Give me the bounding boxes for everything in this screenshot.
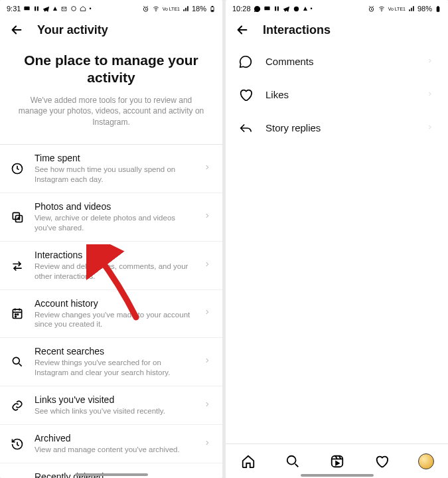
status-net: Vo LTE1 <box>388 7 406 11</box>
phone-interactions: 10:28 • Vo LTE1 98% Interactions Comment… <box>226 0 448 478</box>
gesture-bar <box>301 474 374 477</box>
circle-icon <box>293 5 300 13</box>
home-icon <box>80 5 86 12</box>
row-sub: See how much time you usually spend on I… <box>35 165 194 185</box>
bottom-nav <box>226 443 448 478</box>
nav-activity[interactable] <box>373 453 390 470</box>
chevron-right-icon <box>204 211 213 223</box>
status-battery-pct: 18% <box>192 5 206 13</box>
alarm-icon <box>142 5 149 13</box>
row-title: Comments <box>265 56 415 67</box>
row-sub: View, archive or delete photos and video… <box>35 213 194 233</box>
page-title: Interactions <box>263 23 331 37</box>
chevron-right-icon <box>204 260 213 272</box>
back-button[interactable] <box>235 23 250 37</box>
row-title: Likes <box>265 89 415 100</box>
row-archived[interactable]: Archived View and manage content you've … <box>0 425 222 463</box>
svg-rect-18 <box>264 6 269 10</box>
svg-point-26 <box>287 455 295 464</box>
reply-icon <box>238 121 254 135</box>
calendar-icon <box>9 307 25 320</box>
intro-title: One place to manage your activity <box>17 52 206 87</box>
status-time: 9:31 <box>7 5 21 13</box>
svg-rect-27 <box>331 455 342 467</box>
svg-point-15 <box>17 314 19 315</box>
row-account-history[interactable]: Account history Review changes you've ma… <box>0 290 222 339</box>
row-title: Account history <box>35 298 194 309</box>
interactions-list: Comments Likes Story replies <box>226 45 448 145</box>
triangle-icon <box>303 6 308 11</box>
svg-rect-20 <box>277 7 278 11</box>
activity-list: Time spent See how much time you usually… <box>0 144 222 478</box>
row-sub: Review changes you've made to your accou… <box>35 310 194 330</box>
triangle-icon <box>52 6 58 11</box>
comment-icon <box>238 54 254 69</box>
telegram-icon <box>42 5 50 13</box>
chevron-right-icon <box>427 122 436 134</box>
row-comments[interactable]: Comments <box>226 45 448 78</box>
intro-block: One place to manage your activity We've … <box>0 45 222 144</box>
nav-home[interactable] <box>240 453 257 470</box>
search-icon <box>9 355 25 368</box>
chevron-right-icon <box>204 356 213 368</box>
row-story-replies[interactable]: Story replies <box>226 112 448 145</box>
status-battery-pct: 98% <box>417 5 432 13</box>
status-net: Vo LTE1 <box>163 7 180 11</box>
row-photos-videos[interactable]: Photos and videos View, archive or delet… <box>0 193 222 242</box>
svg-point-6 <box>155 11 156 11</box>
back-button[interactable] <box>9 23 24 37</box>
row-title: Time spent <box>35 153 194 163</box>
row-title: Interactions <box>35 250 194 260</box>
signal-icon <box>183 5 189 12</box>
mail-icon <box>60 6 68 12</box>
nav-search[interactable] <box>284 453 301 470</box>
status-more: • <box>89 5 91 12</box>
svg-point-21 <box>293 6 298 11</box>
chevron-right-icon <box>427 56 436 68</box>
row-time-spent[interactable]: Time spent See how much time you usually… <box>0 145 222 193</box>
row-title: Photos and videos <box>35 201 194 212</box>
svg-rect-25 <box>437 6 439 7</box>
status-bar: 9:31 • Vo LTE1 18% <box>0 0 222 17</box>
svg-rect-8 <box>212 6 213 7</box>
page-title: Your activity <box>37 23 108 37</box>
pause-icon <box>33 5 40 12</box>
row-sub: View and manage content you've archived. <box>35 445 194 455</box>
svg-rect-9 <box>212 10 214 11</box>
nav-profile[interactable] <box>417 453 435 470</box>
whatsapp-icon <box>254 5 261 13</box>
phone-your-activity: 9:31 • Vo LTE1 18% Your activity One pla… <box>0 0 222 478</box>
intro-subtitle: We've added more tools for you to review… <box>17 95 206 128</box>
row-recent-searches[interactable]: Recent searches Review things you've sea… <box>0 338 222 386</box>
row-likes[interactable]: Likes <box>226 78 448 112</box>
row-title: Story replies <box>265 122 415 133</box>
gesture-bar <box>75 473 148 476</box>
swap-icon <box>9 259 25 272</box>
row-interactions[interactable]: Interactions Review and delete likes, co… <box>0 242 222 290</box>
svg-rect-19 <box>275 7 276 11</box>
chevron-right-icon <box>427 89 436 101</box>
chat-icon <box>263 5 271 13</box>
row-links-visited[interactable]: Links you've visited See which links you… <box>0 386 222 425</box>
chevron-right-icon <box>204 400 213 412</box>
clock-icon <box>9 162 25 175</box>
status-more: • <box>311 5 313 12</box>
chevron-right-icon <box>204 438 213 450</box>
svg-point-4 <box>72 7 76 11</box>
nav-reels[interactable] <box>329 453 346 470</box>
svg-point-16 <box>15 317 17 318</box>
media-icon <box>9 210 25 224</box>
signal-icon <box>408 5 415 12</box>
row-title: Archived <box>35 433 194 443</box>
svg-point-17 <box>13 358 19 364</box>
alarm-icon <box>368 5 375 13</box>
svg-point-14 <box>15 314 17 315</box>
chevron-right-icon <box>204 163 213 175</box>
row-sub: Review things you've searched for on Ins… <box>35 358 194 378</box>
wifi-icon <box>152 5 160 12</box>
svg-rect-1 <box>35 7 37 11</box>
wifi-icon <box>378 5 386 12</box>
history-icon <box>9 438 25 451</box>
svg-rect-2 <box>37 7 38 11</box>
circle-icon <box>70 5 77 12</box>
